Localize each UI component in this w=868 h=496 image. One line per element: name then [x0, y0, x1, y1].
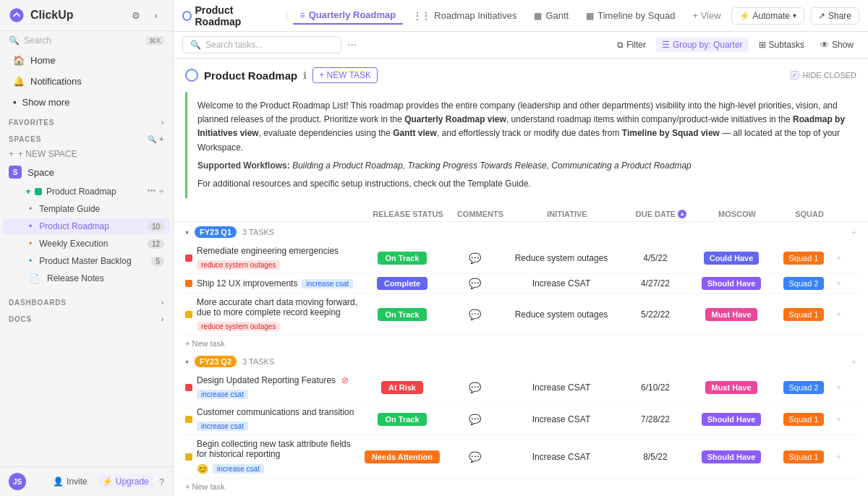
subtasks-button[interactable]: ⊞ Subtasks — [753, 37, 810, 53]
group-add-q1[interactable]: + — [851, 227, 856, 238]
settings-icon[interactable]: ⚙ — [128, 7, 144, 23]
sidebar-item-space[interactable]: S Space — [0, 162, 173, 182]
add-task-q1[interactable]: + New task — [179, 335, 862, 351]
task-name-text[interactable]: Begin collecting new task attribute fiel… — [197, 439, 359, 459]
share-button[interactable]: ↗ Share — [810, 7, 859, 25]
comment-icon[interactable]: 💬 — [469, 252, 481, 264]
sidebar-search[interactable]: 🔍 Search ⌘K — [0, 31, 173, 50]
task-tag[interactable]: reduce system outages — [197, 260, 280, 270]
group-collapse-q1[interactable]: ▾ — [185, 228, 189, 236]
sidebar-item-product-roadmap-sub[interactable]: • Product Roadmap 10 — [3, 218, 170, 234]
group-add-q2[interactable]: + — [851, 356, 856, 367]
spaces-add-icon[interactable]: + — [159, 135, 164, 143]
tab-roadmap-initiatives[interactable]: ⋮⋮ Roadmap Initiatives — [406, 7, 524, 24]
task-tag[interactable]: increase csat — [197, 422, 248, 431]
row-action[interactable]: + — [836, 452, 856, 462]
folder-add-icon[interactable]: + — [158, 186, 164, 197]
task-tag[interactable]: increase csat — [197, 390, 248, 399]
search-box[interactable]: 🔍 Search tasks... — [182, 36, 341, 54]
upgrade-label: Upgrade — [116, 476, 149, 487]
favorites-arrow[interactable]: › — [161, 119, 164, 127]
sidebar-item-show-more[interactable]: ▪ Show more — [4, 93, 169, 112]
task-name-text[interactable]: Customer communications and transition — [197, 407, 354, 417]
tab-gantt[interactable]: ▦ Gantt — [527, 7, 576, 24]
invite-button[interactable]: 👤 Invite — [48, 474, 92, 489]
group-header-q1[interactable]: ▾ FY23 Q1 3 TASKS + — [179, 222, 862, 242]
status-badge[interactable]: On Track — [378, 308, 426, 321]
add-task-q2[interactable]: + New task — [179, 479, 862, 495]
squad-badge[interactable]: Squad 1 — [783, 252, 825, 265]
folder-dots-icon[interactable]: ••• — [148, 186, 156, 197]
new-space-button[interactable]: + + NEW SPACE — [0, 146, 173, 162]
product-roadmap-bullet: • — [29, 221, 32, 231]
row-action[interactable]: + — [836, 382, 856, 393]
group-collapse-q2[interactable]: ▾ — [185, 358, 189, 366]
tab-add-view[interactable]: + View — [685, 7, 728, 24]
pr-title: Product Roadmap — [204, 69, 297, 82]
comment-icon[interactable]: 💬 — [469, 309, 481, 320]
topbar-divider — [286, 10, 287, 22]
moscow-badge[interactable]: Could Have — [704, 252, 760, 265]
sidebar-item-notifications[interactable]: 🔔 Notifications — [4, 72, 169, 91]
spaces-search-icon[interactable]: 🔍 — [148, 135, 157, 143]
task-name-text[interactable]: More accurate chart data moving forward,… — [197, 297, 359, 317]
docs-arrow[interactable]: › — [161, 315, 164, 323]
hide-closed-button[interactable]: ✓ HIDE CLOSED — [791, 71, 856, 80]
automate-button[interactable]: ⚡ Automate ▾ — [731, 7, 804, 25]
row-action[interactable]: + — [836, 414, 856, 424]
squad-badge[interactable]: Squad 1 — [783, 308, 825, 321]
squad-badge[interactable]: Squad 1 — [783, 450, 825, 463]
sidebar-item-home[interactable]: 🏠 Home — [4, 51, 169, 70]
pr-info-icon[interactable]: ℹ — [303, 70, 307, 81]
help-icon[interactable]: ? — [159, 476, 164, 487]
tab-timeline-by-squad[interactable]: ▦ Timeline by Squad — [579, 7, 682, 24]
squad-badge[interactable]: Squad 1 — [783, 413, 825, 426]
row-action[interactable]: + — [836, 253, 856, 263]
status-badge[interactable]: Complete — [377, 277, 427, 290]
task-name-text[interactable]: Ship 12 UX improvements — [197, 278, 297, 288]
squad-badge[interactable]: Squad 2 — [783, 277, 825, 290]
comment-icon[interactable]: 💬 — [469, 278, 481, 289]
moscow-badge[interactable]: Should Have — [702, 450, 762, 463]
squad-badge[interactable]: Squad 2 — [783, 381, 825, 394]
dashboards-arrow[interactable]: › — [161, 299, 164, 307]
release-status-cell: On Track — [359, 414, 446, 424]
moscow-badge[interactable]: Must Have — [705, 381, 757, 394]
comment-icon[interactable]: 💬 — [469, 451, 481, 463]
sidebar-item-weekly-execution[interactable]: • Weekly Execution 12 — [3, 236, 170, 252]
status-badge[interactable]: Needs Attention — [365, 450, 440, 463]
comment-icon[interactable]: 💬 — [469, 382, 481, 393]
toolbar-more-icon[interactable]: ··· — [347, 38, 357, 51]
collapse-icon[interactable]: ‹ — [148, 7, 164, 23]
new-space-label: + NEW SPACE — [18, 149, 77, 159]
comment-icon[interactable]: 💬 — [469, 414, 481, 425]
row-action[interactable]: + — [836, 278, 856, 288]
tab-quarterly-roadmap[interactable]: ≡ Quarterly Roadmap — [293, 7, 404, 25]
task-tag[interactable]: reduce system outages — [197, 322, 280, 331]
row-action[interactable]: + — [836, 309, 856, 320]
sidebar-item-release-notes[interactable]: 📄 Release Notes — [3, 270, 170, 286]
task-name-text[interactable]: Design Updated Reporting Features — [197, 375, 336, 385]
show-button[interactable]: 👁 Show — [814, 37, 859, 53]
group-by-button[interactable]: ☰ Group by: Quarter — [656, 38, 749, 52]
sidebar-item-template-guide[interactable]: • Template Guide — [3, 201, 170, 217]
sidebar-item-product-roadmap-folder[interactable]: ▾ Product Roadmap ••• + — [3, 183, 170, 200]
filter-button[interactable]: ⧉ Filter — [611, 37, 652, 53]
task-tag[interactable]: increase csat — [302, 279, 353, 288]
status-badge[interactable]: At Risk — [381, 381, 423, 394]
moscow-badge[interactable]: Must Have — [705, 308, 757, 321]
sort-icon[interactable]: ▲ — [678, 210, 686, 218]
squad-cell: Squad 1 — [771, 253, 836, 263]
status-badge[interactable]: On Track — [378, 413, 426, 426]
moscow-badge[interactable]: Should Have — [702, 413, 762, 426]
group-header-q2[interactable]: ▾ FY23 Q2 3 TASKS + — [179, 351, 862, 372]
task-name-text[interactable]: Remediate engineering emergencies — [197, 246, 339, 256]
task-tag[interactable]: increase csat — [213, 464, 264, 474]
upgrade-button[interactable]: ⚡ Upgrade — [98, 474, 153, 489]
sidebar-item-product-master-backlog[interactable]: • Product Master Backlog 5 — [3, 253, 170, 269]
user-avatar[interactable]: JS — [9, 473, 26, 490]
new-task-button[interactable]: + NEW TASK — [312, 67, 378, 83]
status-badge[interactable]: On Track — [378, 252, 426, 265]
moscow-badge[interactable]: Should Have — [702, 277, 762, 290]
pr-status-icon — [185, 69, 198, 82]
